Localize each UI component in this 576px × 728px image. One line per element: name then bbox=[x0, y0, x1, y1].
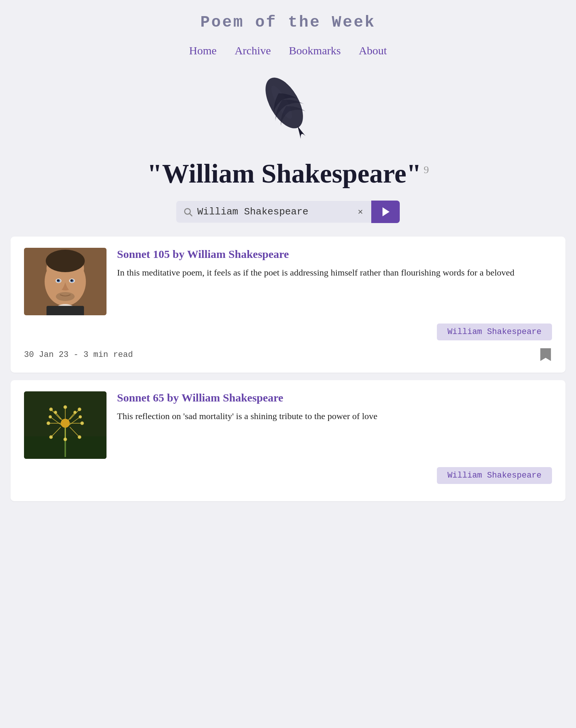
search-clear-button[interactable]: × bbox=[356, 207, 364, 217]
poem-card: Sonnet 105 by William Shakespeare In thi… bbox=[10, 237, 566, 373]
card-thumbnail bbox=[24, 391, 106, 459]
search-query-label: "William Shakespeare" bbox=[147, 159, 421, 189]
card-description: This reflection on 'sad mortality' is a … bbox=[117, 409, 552, 423]
svg-point-15 bbox=[70, 279, 73, 282]
svg-point-41 bbox=[74, 411, 76, 414]
card-content: Sonnet 105 by William Shakespeare In thi… bbox=[117, 248, 552, 279]
card-tag-row: William Shakespeare bbox=[24, 324, 552, 340]
svg-point-29 bbox=[81, 422, 84, 425]
search-bar-container: × bbox=[0, 201, 576, 237]
svg-point-37 bbox=[47, 422, 50, 425]
svg-point-43 bbox=[54, 411, 57, 414]
search-icon bbox=[183, 207, 193, 217]
nav-about[interactable]: About bbox=[359, 44, 387, 57]
card-meta: 30 Jan 23 - 3 min read bbox=[24, 350, 133, 360]
result-count: 9 bbox=[424, 164, 429, 175]
search-play-button[interactable] bbox=[371, 201, 400, 223]
svg-point-9 bbox=[46, 250, 85, 272]
svg-point-35 bbox=[50, 436, 52, 439]
card-top: Sonnet 65 by William Shakespeare This re… bbox=[24, 391, 552, 459]
svg-point-25 bbox=[64, 406, 67, 409]
feather-icon bbox=[258, 76, 318, 143]
svg-point-17 bbox=[56, 292, 75, 301]
card-thumbnail bbox=[24, 248, 106, 315]
svg-point-14 bbox=[57, 279, 59, 282]
svg-point-33 bbox=[64, 438, 67, 441]
card-tag-row: William Shakespeare bbox=[24, 467, 552, 484]
card-title[interactable]: Sonnet 65 by William Shakespeare bbox=[117, 391, 552, 404]
card-title[interactable]: Sonnet 105 by William Shakespeare bbox=[117, 248, 552, 261]
svg-marker-4 bbox=[382, 207, 390, 216]
cards-container: Sonnet 105 by William Shakespeare In thi… bbox=[0, 237, 576, 501]
nav-home[interactable]: Home bbox=[189, 44, 216, 57]
card-top: Sonnet 105 by William Shakespeare In thi… bbox=[24, 248, 552, 315]
search-heading: "William Shakespeare"9 bbox=[0, 154, 576, 201]
search-bar-wrap: × bbox=[176, 201, 371, 223]
svg-point-27 bbox=[78, 408, 81, 411]
svg-rect-16 bbox=[46, 306, 84, 315]
card-footer: 30 Jan 23 - 3 min read bbox=[24, 347, 552, 362]
bookmark-icon bbox=[539, 347, 552, 362]
main-nav: Home Archive Bookmarks About bbox=[0, 35, 576, 68]
card-content: Sonnet 65 by William Shakespeare This re… bbox=[117, 391, 552, 423]
nav-bookmarks[interactable]: Bookmarks bbox=[289, 44, 340, 57]
card-tag[interactable]: William Shakespeare bbox=[437, 324, 552, 340]
poem-card: Sonnet 65 by William Shakespeare This re… bbox=[10, 380, 566, 501]
svg-point-31 bbox=[78, 436, 81, 439]
card-description: In this meditative poem, it feels as if … bbox=[117, 266, 552, 279]
svg-line-3 bbox=[190, 214, 192, 216]
site-title: Poem of the Week bbox=[0, 0, 576, 35]
search-input[interactable] bbox=[197, 206, 352, 217]
card-tag[interactable]: William Shakespeare bbox=[437, 467, 552, 484]
svg-point-39 bbox=[50, 408, 52, 411]
play-icon bbox=[380, 206, 392, 218]
feather-icon-container bbox=[0, 68, 576, 154]
svg-point-45 bbox=[79, 416, 82, 418]
bookmark-button[interactable] bbox=[539, 347, 552, 362]
nav-archive[interactable]: Archive bbox=[235, 44, 271, 57]
svg-point-47 bbox=[49, 416, 52, 418]
